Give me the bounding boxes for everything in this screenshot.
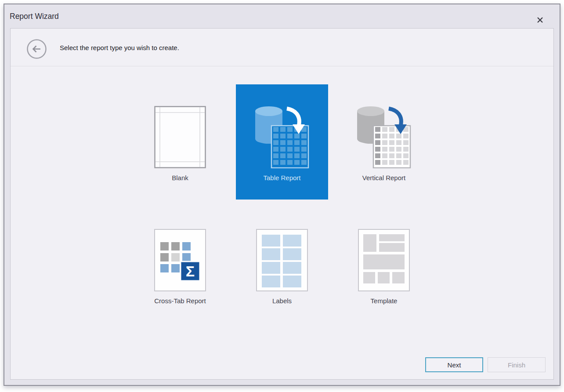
report-wizard-dialog: Report Wizard Select the report type you… — [4, 4, 560, 386]
tile-label: Template — [371, 297, 398, 305]
dialog-titlebar: Report Wizard — [4, 4, 560, 28]
tile-label: Blank — [172, 174, 188, 181]
svg-text:Σ: Σ — [186, 263, 195, 279]
tile-row-2: Σ Cross-Tab Report — [134, 207, 430, 323]
footer-buttons: Next Finish — [425, 357, 546, 372]
report-type-table-report[interactable]: Table Report — [236, 84, 328, 200]
report-type-template[interactable]: Template — [338, 207, 430, 323]
template-layout-icon — [358, 229, 410, 291]
report-type-grid: Blank — [11, 84, 553, 323]
crosstab-sigma-icon: Σ — [154, 229, 206, 291]
wizard-header: Select the report type you wish to creat… — [11, 29, 553, 66]
tile-label: Table Report — [263, 174, 300, 181]
report-type-cross-tab-report[interactable]: Σ Cross-Tab Report — [134, 207, 226, 323]
tile-row-1: Blank — [134, 84, 430, 200]
tile-label: Labels — [272, 297, 292, 305]
next-button[interactable]: Next — [425, 357, 483, 372]
database-table-icon — [255, 106, 309, 168]
back-button[interactable] — [26, 39, 47, 59]
back-arrow-icon — [26, 39, 47, 59]
finish-button[interactable]: Finish — [488, 357, 546, 372]
labels-grid-icon — [256, 229, 308, 291]
dialog-title: Report Wizard — [10, 12, 59, 21]
wizard-panel: Select the report type you wish to creat… — [10, 28, 554, 380]
report-type-vertical-report[interactable]: Vertical Report — [338, 84, 430, 200]
database-vertical-table-icon — [357, 106, 411, 168]
close-icon[interactable] — [534, 14, 546, 25]
blank-page-icon — [154, 106, 206, 168]
report-type-labels[interactable]: Labels — [236, 207, 328, 323]
tile-label: Cross-Tab Report — [154, 297, 206, 305]
tile-label: Vertical Report — [362, 174, 405, 181]
report-type-blank[interactable]: Blank — [134, 84, 226, 200]
instruction-text: Select the report type you wish to creat… — [60, 29, 179, 66]
